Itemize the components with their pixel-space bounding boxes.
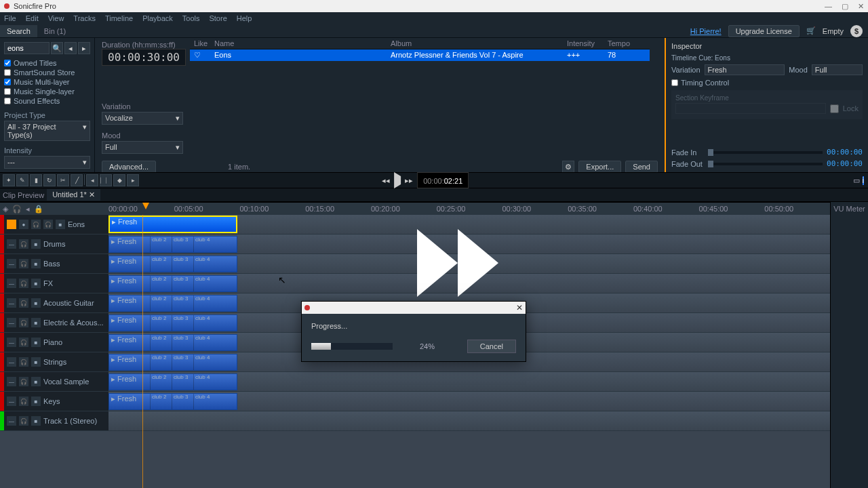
track-header[interactable]: —🎧■Keys	[4, 392, 108, 411]
cart-icon[interactable]: 🛒	[806, 26, 816, 35]
intensity-dropdown[interactable]: ---▾	[4, 156, 90, 169]
headphone-icon[interactable]: 🎧	[19, 279, 28, 288]
track-row[interactable]: —🎧■FX▸ Freshclub 2club 3club 4	[0, 274, 830, 293]
fadeout-slider[interactable]	[708, 163, 823, 165]
track-row[interactable]: ●🎧🎧■Eons▸ Fresh	[0, 215, 830, 235]
dash-icon[interactable]: —	[7, 416, 16, 426]
dash-icon[interactable]: —	[7, 377, 16, 386]
headphone-icon[interactable]: 🎧	[19, 338, 28, 347]
play-icon[interactable]	[394, 176, 401, 184]
mute-icon[interactable]: ■	[31, 416, 41, 426]
insp-variation-dropdown[interactable]: Fresh	[705, 64, 785, 75]
search-prev-icon[interactable]: ◂	[64, 42, 77, 54]
mute-icon[interactable]: ■	[31, 338, 41, 347]
track-header[interactable]: —🎧■Electric & Acous...	[4, 313, 108, 332]
forward-icon[interactable]: ▸▸	[405, 176, 413, 185]
mute-icon[interactable]: ■	[31, 298, 41, 308]
track-lane[interactable]	[108, 411, 830, 430]
heart-icon[interactable]: ♡	[194, 51, 214, 60]
audio-clip[interactable]: ▸ Fresh	[108, 216, 237, 233]
track-header[interactable]: —🎧■Piano	[4, 333, 108, 352]
advanced-button[interactable]: Advanced...	[102, 161, 156, 173]
fadeout-tc[interactable]: 00:00:00	[827, 159, 863, 168]
search-input[interactable]	[4, 42, 50, 54]
maximize-icon[interactable]: ▢	[842, 2, 848, 11]
result-row[interactable]: ♡ Eons Arnotz Plessner & Friends Vol 7 -…	[190, 49, 650, 61]
track-lock-icon[interactable]: 🔒	[34, 205, 43, 214]
mute-icon[interactable]: ■	[31, 318, 41, 327]
chk-multi[interactable]	[4, 79, 11, 85]
audio-clip[interactable]: ▸ Freshclub 2club 3club 4	[108, 256, 237, 272]
track-lane[interactable]: ▸ Fresh	[108, 215, 830, 234]
menu-tracks[interactable]: Tracks	[73, 14, 96, 22]
audio-clip[interactable]: ▸ Freshclub 2club 3club 4	[108, 354, 237, 371]
tab-search[interactable]: Search	[0, 25, 37, 37]
chk-sfx[interactable]	[4, 98, 11, 104]
fade-tool-icon[interactable]: ╱	[71, 174, 83, 186]
tab-bin[interactable]: Bin (1)	[37, 25, 73, 37]
track-header[interactable]: —🎧■Acoustic Guitar	[4, 293, 108, 312]
duration-value[interactable]: 00:00:30:00	[102, 49, 186, 66]
chk-store[interactable]	[4, 69, 11, 76]
dialog-titlebar[interactable]: ✕	[302, 302, 526, 314]
headphone-icon[interactable]: 🎧	[31, 220, 41, 229]
chk-single[interactable]	[4, 88, 11, 95]
audio-clip[interactable]: ▸ Freshclub 2club 3club 4	[108, 295, 237, 312]
track-header[interactable]: —🎧■Vocal Sample	[4, 372, 108, 391]
dash-icon[interactable]: —	[7, 279, 16, 288]
gear-icon[interactable]: ⚙	[562, 161, 574, 173]
close-tab-icon[interactable]: ✕	[89, 190, 95, 199]
variation-dropdown[interactable]: Vocalize▾	[102, 112, 183, 125]
step-next-icon[interactable]: ▸	[127, 174, 139, 186]
cut-tool-icon[interactable]: ✂	[57, 174, 69, 186]
mute-icon[interactable]: ■	[31, 377, 41, 386]
time-ruler[interactable]: ◈ 🎧 ◂ 🔒 00:00:00 00:05:00 00:10:00 00:15…	[0, 203, 830, 215]
dash-icon[interactable]: —	[7, 259, 16, 268]
search-icon[interactable]: 🔍	[51, 42, 63, 54]
mute-icon[interactable]: ■	[56, 220, 65, 229]
project-type-dropdown[interactable]: All - 37 Project Type(s)▾	[4, 121, 90, 141]
track-lane[interactable]: ▸ Freshclub 2club 3club 4	[108, 274, 830, 293]
dash-icon[interactable]: —	[7, 318, 16, 327]
audio-clip[interactable]: ▸ Freshclub 2club 3club 4	[108, 314, 237, 331]
headphone-icon[interactable]: 🎧	[19, 239, 28, 249]
audio-clip[interactable]: ▸ Freshclub 2club 3club 4	[108, 393, 237, 410]
dialog-close-icon[interactable]: ✕	[516, 303, 523, 312]
step-prev-icon[interactable]: ◂	[86, 174, 98, 186]
export-button[interactable]: Export...	[578, 161, 621, 173]
dash-icon[interactable]: —	[7, 396, 16, 406]
audio-clip[interactable]: ▸ Freshclub 2club 3club 4	[108, 334, 237, 351]
arm-icon[interactable]: ●	[19, 220, 28, 229]
mute-icon[interactable]: ■	[31, 259, 41, 268]
mute-icon[interactable]: ■	[31, 279, 41, 288]
track-row[interactable]: —🎧■Bass▸ Freshclub 2club 3club 4	[0, 254, 830, 274]
user-greeting[interactable]: Hi Pierre!	[690, 27, 722, 35]
insp-mood-dropdown[interactable]: Full	[812, 64, 863, 75]
track-header[interactable]: —🎧■Bass	[4, 254, 108, 273]
headphone-icon[interactable]: 🎧	[43, 220, 53, 229]
headphone-icon[interactable]: 🎧	[19, 298, 28, 308]
track-header[interactable]: —🎧■Drums	[4, 235, 108, 253]
track-header[interactable]: ●🎧🎧■Eons	[4, 215, 108, 234]
chk-owned[interactable]	[4, 60, 11, 66]
menu-tools[interactable]: Tools	[182, 14, 200, 22]
track-vis-icon[interactable]: ◈	[3, 205, 8, 214]
mood-dropdown[interactable]: Full▾	[102, 141, 183, 154]
track-solo-icon[interactable]: ◂	[26, 205, 30, 214]
rewind-icon[interactable]: ◂◂	[382, 176, 390, 185]
marker-tool-icon[interactable]: ▮	[30, 174, 42, 186]
headphone-icon[interactable]: 🎧	[19, 357, 28, 367]
menu-playback[interactable]: Playback	[142, 14, 173, 22]
track-color-icon[interactable]	[7, 220, 16, 229]
headphone-icon[interactable]: 🎧	[19, 377, 28, 386]
headphone-icon[interactable]: 🎧	[19, 416, 28, 426]
menu-store[interactable]: Store	[209, 14, 226, 22]
upgrade-license-button[interactable]: Upgrade License	[728, 25, 800, 37]
playhead-line[interactable]	[142, 215, 143, 488]
dash-icon[interactable]: —	[7, 357, 16, 367]
audio-clip[interactable]: ▸ Freshclub 2club 3club 4	[108, 275, 237, 292]
mute-icon[interactable]: ■	[31, 239, 41, 249]
track-row[interactable]: —🎧■Track 1 (Stereo)	[0, 411, 830, 431]
mute-icon[interactable]: ■	[31, 357, 41, 367]
track-mute-icon[interactable]: 🎧	[12, 205, 22, 214]
